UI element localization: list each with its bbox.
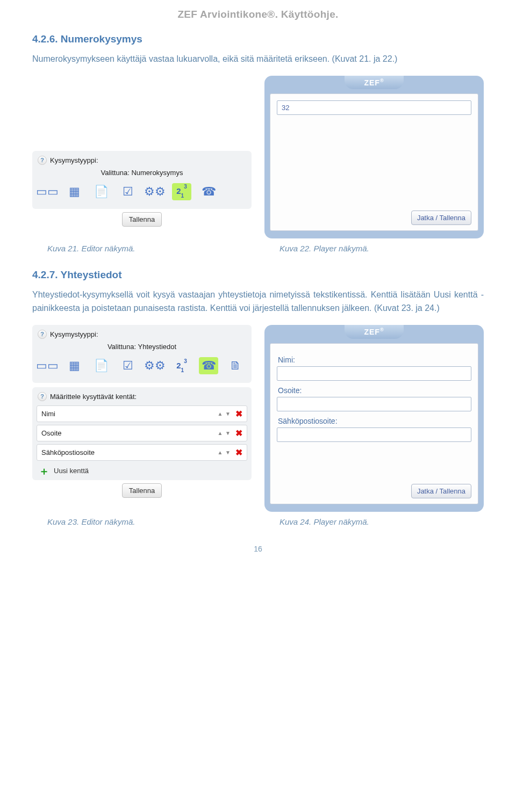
qtype-multi-icon[interactable]: ⚙⚙ bbox=[145, 183, 164, 200]
selected-type: Valittuna: Numerokysymys bbox=[37, 169, 247, 177]
delete-field-icon[interactable]: ✖ bbox=[235, 428, 242, 438]
figure-caption: Kuva 23. Editor näkymä. bbox=[32, 517, 252, 526]
field-row: Sähköpostiosoite ▲ ▼ ✖ bbox=[37, 444, 247, 461]
field-row: Osoite ▲ ▼ ✖ bbox=[37, 425, 247, 441]
help-icon[interactable]: ? bbox=[38, 392, 47, 401]
qtype-freetext-icon[interactable]: 📄 bbox=[91, 357, 111, 374]
qtype-check-icon[interactable]: ☑ bbox=[118, 183, 138, 200]
figure-caption: Kuva 22. Player näkymä. bbox=[264, 244, 484, 253]
field-name: Osoite bbox=[41, 429, 213, 437]
figure-caption: Kuva 21. Editor näkymä. bbox=[32, 244, 252, 253]
add-field-label: Uusi kenttä bbox=[54, 467, 89, 475]
field-label: Nimi: bbox=[278, 356, 470, 364]
section-paragraph: Numerokysymykseen käyttäjä vastaa lukuar… bbox=[32, 53, 484, 66]
figure-caption: Kuva 24. Player näkymä. bbox=[264, 517, 484, 526]
continue-save-button[interactable]: Jatka / Tallenna bbox=[411, 211, 471, 225]
plus-icon: ＋ bbox=[39, 467, 49, 475]
qtype-contact-icon[interactable]: ☎ bbox=[199, 357, 218, 374]
player-panel: ZEF® Nimi: Osoite: Sähköpostiosoite: Jat… bbox=[264, 325, 484, 512]
section-heading: 4.2.6. Numerokysymys bbox=[32, 33, 484, 45]
qtype-check-icon[interactable]: ☑ bbox=[118, 357, 138, 374]
qtype-grid-icon[interactable]: ▦ bbox=[64, 183, 84, 200]
name-input[interactable] bbox=[277, 366, 471, 381]
qtype-label: Kysymystyyppi: bbox=[50, 156, 98, 164]
editor-panel-kysymystyyppi: ? Kysymystyyppi: Valittuna: Numerokysymy… bbox=[32, 151, 252, 209]
qtype-icons: ▭▭ ▦ 📄 ☑ ⚙⚙ 213 ☎ 🗎 bbox=[37, 354, 247, 379]
qtype-freetext-icon[interactable]: 📄 bbox=[91, 183, 111, 200]
player-panel: ZEF® Jatka / Tallenna bbox=[264, 76, 484, 239]
page-number: 16 bbox=[32, 545, 484, 553]
section-heading: 4.2.7. Yhteystiedot bbox=[32, 269, 484, 281]
qtype-multi-icon[interactable]: ⚙⚙ bbox=[145, 357, 164, 374]
add-field-row[interactable]: ＋ Uusi kenttä bbox=[37, 463, 247, 476]
sort-handle-icon[interactable]: ▲ ▼ bbox=[217, 411, 231, 417]
zef-brand-badge: ZEF® bbox=[345, 76, 404, 90]
address-input[interactable] bbox=[277, 397, 471, 411]
qtype-contact-icon[interactable]: ☎ bbox=[199, 183, 218, 200]
qtype-2d-icon[interactable]: ▭▭ bbox=[38, 357, 57, 374]
field-name: Sähköpostiosoite bbox=[41, 448, 213, 456]
delete-field-icon[interactable]: ✖ bbox=[235, 447, 242, 458]
fields-label: Määrittele kysyttävät kentät: bbox=[50, 393, 137, 401]
fields-panel: ? Määrittele kysyttävät kentät: Nimi ▲ ▼… bbox=[32, 387, 252, 480]
sort-handle-icon[interactable]: ▲ ▼ bbox=[217, 430, 231, 436]
qtype-icons: ▭▭ ▦ 📄 ☑ ⚙⚙ 213 ☎ bbox=[37, 180, 247, 205]
field-name: Nimi bbox=[41, 410, 213, 418]
editor-panel-kysymystyyppi: ? Kysymystyyppi: Valittuna: Yhteystiedot… bbox=[32, 325, 252, 383]
selected-type: Valittuna: Yhteystiedot bbox=[37, 343, 247, 351]
qtype-file-icon[interactable]: 🗎 bbox=[226, 357, 245, 374]
qtype-grid-icon[interactable]: ▦ bbox=[64, 357, 84, 374]
document-header: ZEF Arviointikone®. Käyttöohje. bbox=[32, 0, 484, 33]
email-input[interactable] bbox=[277, 427, 471, 442]
help-icon[interactable]: ? bbox=[38, 330, 47, 339]
qtype-2d-icon[interactable]: ▭▭ bbox=[38, 183, 57, 200]
qtype-number-icon[interactable]: 213 bbox=[172, 357, 191, 374]
qtype-number-icon[interactable]: 213 bbox=[172, 183, 191, 200]
qtype-label: Kysymystyyppi: bbox=[50, 330, 98, 338]
help-icon[interactable]: ? bbox=[38, 156, 47, 165]
continue-save-button[interactable]: Jatka / Tallenna bbox=[411, 484, 471, 498]
delete-field-icon[interactable]: ✖ bbox=[235, 409, 242, 419]
section-paragraph: Yhteystiedot-kysymyksellä voit kysyä vas… bbox=[32, 288, 484, 315]
sort-handle-icon[interactable]: ▲ ▼ bbox=[217, 450, 231, 455]
field-label: Sähköpostiosoite: bbox=[278, 417, 470, 425]
number-input[interactable] bbox=[277, 100, 471, 115]
save-button[interactable]: Tallenna bbox=[122, 483, 162, 498]
zef-brand-badge: ZEF® bbox=[345, 325, 404, 339]
save-button[interactable]: Tallenna bbox=[122, 212, 162, 227]
field-label: Osoite: bbox=[278, 386, 470, 395]
field-row: Nimi ▲ ▼ ✖ bbox=[37, 405, 247, 422]
